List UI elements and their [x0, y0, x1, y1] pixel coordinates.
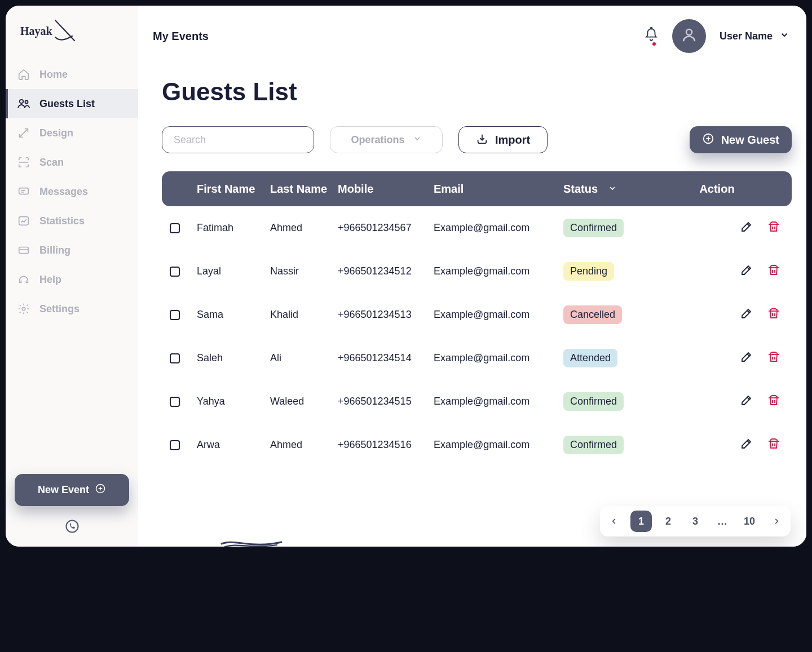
cell-email: Example@gmail.com: [434, 265, 563, 277]
edit-icon[interactable]: [740, 350, 753, 366]
cell-mobile: +966501234513: [338, 309, 434, 321]
user-menu[interactable]: User Name: [720, 30, 789, 42]
edit-icon[interactable]: [740, 220, 753, 236]
row-checkbox[interactable]: [170, 440, 180, 450]
svg-point-6: [22, 307, 25, 311]
svg-point-8: [66, 521, 78, 533]
status-badge: Confirmed: [563, 436, 624, 454]
edit-icon[interactable]: [740, 307, 753, 323]
plus-circle-icon: [702, 132, 714, 148]
brand-logo: Hayak: [6, 18, 138, 60]
page-button[interactable]: 1: [630, 511, 652, 532]
sidebar-nav: Home Guests List Design Scan: [6, 60, 138, 463]
edit-icon[interactable]: [740, 437, 753, 453]
edit-icon[interactable]: [740, 393, 753, 410]
new-guest-button[interactable]: New Guest: [690, 126, 792, 153]
avatar[interactable]: [672, 19, 706, 53]
import-button[interactable]: Import: [458, 126, 548, 153]
delete-icon[interactable]: [767, 307, 780, 323]
guests-icon: [17, 97, 30, 110]
sidebar-item-settings[interactable]: Settings: [6, 294, 138, 323]
page-button[interactable]: …: [712, 511, 733, 532]
whatsapp-icon[interactable]: [64, 518, 80, 536]
user-icon: [681, 26, 698, 46]
download-icon: [476, 132, 488, 148]
edit-icon[interactable]: [740, 263, 753, 280]
statistics-icon: [17, 214, 30, 228]
page-button[interactable]: 10: [739, 511, 760, 532]
sidebar-item-scan[interactable]: Scan: [6, 148, 138, 177]
page-title: Guests List: [162, 78, 792, 106]
sidebar-item-messages[interactable]: Messages: [6, 177, 138, 206]
notification-dot-icon: [651, 41, 657, 47]
cell-last-name: Waleed: [270, 396, 338, 407]
svg-rect-5: [19, 247, 29, 254]
svg-point-1: [20, 100, 23, 103]
table-row: YahyaWaleed+966501234515Example@gmail.co…: [162, 380, 792, 423]
cell-last-name: Ahmed: [270, 439, 338, 451]
pagination-prev[interactable]: [606, 511, 623, 532]
delete-icon[interactable]: [767, 263, 780, 280]
sidebar-item-label: Home: [39, 69, 68, 81]
status-badge: Attended: [563, 349, 617, 367]
sidebar-item-label: Scan: [39, 157, 64, 168]
user-name-label: User Name: [720, 30, 773, 42]
delete-icon[interactable]: [767, 220, 780, 236]
operations-dropdown[interactable]: Operations: [330, 126, 443, 153]
operations-label: Operations: [351, 134, 404, 146]
new-event-button[interactable]: New Event: [15, 474, 129, 506]
row-checkbox[interactable]: [170, 397, 180, 407]
col-mobile: Mobile: [338, 183, 434, 196]
table-header: First Name Last Name Mobile Email Status…: [162, 171, 792, 206]
pagination-next[interactable]: [768, 511, 785, 532]
import-label: Import: [495, 134, 530, 147]
cell-mobile: +966501234516: [338, 439, 434, 451]
svg-point-10: [686, 29, 692, 35]
col-status[interactable]: Status: [563, 183, 654, 196]
cell-first-name: Saleh: [197, 352, 270, 364]
guests-table: First Name Last Name Mobile Email Status…: [162, 171, 792, 467]
row-checkbox[interactable]: [170, 223, 180, 233]
table-row: SalehAli+966501234514Example@gmail.comAt…: [162, 336, 792, 380]
col-action: Action: [654, 183, 792, 196]
design-icon: [17, 126, 30, 140]
sidebar-item-statistics[interactable]: Statistics: [6, 206, 138, 236]
page-title-text: Guests List: [162, 78, 297, 106]
sidebar-item-home[interactable]: Home: [6, 60, 138, 89]
col-first-name: First Name: [197, 183, 270, 196]
search-input[interactable]: [162, 126, 314, 153]
sidebar: Hayak Home Guests List: [6, 6, 138, 547]
row-checkbox[interactable]: [170, 310, 180, 320]
toolbar: Operations Import New Guest: [162, 126, 792, 153]
page-button[interactable]: 2: [657, 511, 679, 532]
sidebar-item-label: Guests List: [39, 98, 95, 110]
row-checkbox[interactable]: [170, 353, 180, 363]
svg-text:Hayak: Hayak: [20, 25, 53, 38]
delete-icon[interactable]: [767, 350, 780, 366]
sidebar-item-design[interactable]: Design: [6, 118, 138, 148]
status-badge: Pending: [563, 262, 614, 281]
col-last-name: Last Name: [270, 183, 338, 196]
col-email: Email: [434, 183, 563, 196]
svg-rect-4: [19, 217, 29, 225]
table-row: FatimahAhmed+966501234567Example@gmail.c…: [162, 206, 792, 250]
settings-icon: [17, 302, 30, 316]
cell-email: Example@gmail.com: [434, 309, 563, 321]
cell-email: Example@gmail.com: [434, 396, 563, 407]
sidebar-item-label: Design: [39, 127, 73, 139]
sidebar-item-help[interactable]: Help: [6, 265, 138, 294]
row-checkbox[interactable]: [170, 267, 180, 277]
cell-first-name: Arwa: [197, 439, 270, 451]
sidebar-item-billing[interactable]: Billing: [6, 236, 138, 265]
notifications-button[interactable]: [644, 26, 659, 46]
page-button[interactable]: 3: [685, 511, 706, 532]
sidebar-item-guests-list[interactable]: Guests List: [6, 89, 138, 118]
svg-rect-3: [19, 188, 29, 194]
table-row: SamaKhalid+966501234513Example@gmail.com…: [162, 293, 792, 336]
cell-first-name: Sama: [197, 309, 270, 321]
delete-icon[interactable]: [767, 393, 780, 410]
chevron-down-icon: [608, 183, 617, 196]
chevron-down-icon: [779, 30, 789, 42]
plus-circle-icon: [95, 483, 106, 497]
delete-icon[interactable]: [767, 437, 780, 453]
